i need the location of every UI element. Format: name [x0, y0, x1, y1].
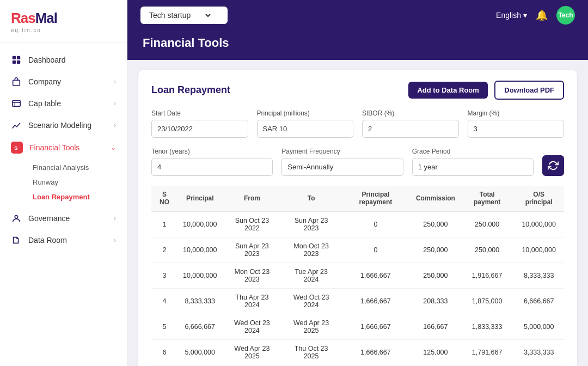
sidebar-item-financial-tools[interactable]: S Financial Tools ⌄	[0, 136, 127, 159]
cell-principal-repayment: 1,666,667	[341, 289, 411, 314]
cell-principal: 10,000,000	[177, 263, 223, 289]
cell-principal-repayment: 1,666,667	[341, 340, 411, 365]
language-label: English	[496, 11, 521, 20]
cell-total-payment: 1,875,000	[461, 289, 513, 314]
data-room-icon	[11, 235, 22, 246]
cell-principal: 5,000,000	[177, 340, 223, 365]
page-title: Financial Tools	[143, 36, 573, 50]
subnav-runway[interactable]: Runway	[28, 175, 127, 190]
sidebar-item-cap-table[interactable]: Cap table ›	[0, 93, 127, 114]
table-row: 3 10,000,000 Mon Oct 23 2023 Tue Apr 23 …	[151, 263, 564, 289]
nav-items: Dashboard Company › Cap table › Scenario…	[0, 42, 127, 366]
cell-sno: 3	[151, 263, 177, 289]
user-avatar[interactable]: Tech	[556, 6, 575, 25]
subnav-loan-repayment[interactable]: Loan Repayment	[28, 190, 127, 204]
chevron-right-icon: ›	[114, 121, 116, 129]
sidebar-item-label: Governance	[28, 214, 70, 223]
sidebar-item-data-room[interactable]: Data Room ›	[0, 229, 127, 251]
language-selector[interactable]: English ▾	[496, 11, 527, 20]
cell-from: Mon Oct 23 2023	[223, 263, 282, 289]
download-pdf-button[interactable]: Download PDF	[494, 81, 564, 100]
cell-principal: 10,000,000	[177, 237, 223, 263]
tenor-group: Tenor (years)	[151, 148, 273, 176]
topbar-right: English ▾ 🔔 Tech	[496, 6, 575, 25]
cell-commission: 208,333	[411, 289, 461, 314]
refresh-btn-group	[542, 155, 564, 176]
company-select[interactable]: Tech startup Other company	[147, 10, 212, 20]
cell-sno: 2	[151, 237, 177, 263]
refresh-button[interactable]	[542, 155, 564, 176]
topbar: Tech startup Other company English ▾ 🔔 T…	[127, 0, 588, 30]
add-to-data-room-button[interactable]: Add to Data Room	[408, 82, 487, 99]
cell-to: Mon Oct 23 2023	[281, 237, 341, 263]
table-row: 5 6,666,667 Wed Oct 23 2024 Wed Apr 23 2…	[151, 314, 564, 340]
cell-sno: 1	[151, 211, 177, 237]
cell-os-principal: 8,333,333	[513, 263, 564, 289]
start-date-input[interactable]	[151, 120, 248, 138]
cell-to: Wed Apr 23 2025	[281, 314, 341, 340]
cell-sno: 5	[151, 314, 177, 340]
payment-freq-input[interactable]	[281, 158, 403, 176]
svg-rect-0	[13, 56, 16, 59]
tenor-label: Tenor (years)	[151, 148, 273, 155]
table-row: 4 8,333,333 Thu Apr 23 2024 Wed Oct 23 2…	[151, 289, 564, 314]
start-date-group: Start Date	[151, 109, 248, 138]
cell-to: Wed Oct 23 2024	[281, 289, 341, 314]
cell-to: Tue Apr 23 2024	[281, 263, 341, 289]
governance-icon	[11, 213, 22, 224]
cell-commission: 250,000	[411, 211, 461, 237]
main-content: Tech startup Other company English ▾ 🔔 T…	[127, 0, 588, 366]
table-header-row: S NO Principal From To Principal repayme…	[151, 186, 564, 211]
cell-os-principal: 5,000,000	[513, 314, 564, 340]
form-row-2: Tenor (years) Payment Frequency Grace Pe…	[151, 148, 564, 176]
cell-principal-repayment: 1,666,667	[341, 263, 411, 289]
svg-rect-5	[13, 101, 20, 107]
svg-rect-4	[13, 80, 20, 86]
svg-rect-1	[17, 56, 20, 59]
cell-total-payment: 1,916,667	[461, 263, 513, 289]
sibor-input[interactable]	[362, 120, 459, 138]
sidebar-item-label: Company	[28, 77, 61, 86]
cell-from: Wed Apr 23 2025	[223, 340, 282, 365]
tenor-input[interactable]	[151, 158, 273, 176]
col-total-payment: Total payment	[461, 186, 513, 211]
principal-input[interactable]	[257, 120, 354, 138]
sibor-label: SIBOR (%)	[362, 109, 459, 117]
card-header: Loan Repayment Add to Data Room Download…	[151, 81, 564, 100]
cell-from: Sun Apr 23 2023	[223, 237, 282, 263]
company-selector[interactable]: Tech startup Other company	[140, 7, 228, 24]
subnav-financial-analysis[interactable]: Financial Analysis	[28, 160, 127, 175]
chevron-right-icon: ›	[114, 215, 116, 222]
sidebar-item-scenario-modeling[interactable]: Scenario Modeling ›	[0, 114, 127, 136]
financial-icon: S	[11, 142, 23, 154]
language-arrow-icon: ▾	[523, 11, 527, 20]
cell-total-payment: 1,791,667	[461, 340, 513, 365]
sidebar-item-label: Data Room	[28, 236, 67, 245]
cell-to: Thu Oct 23 2025	[281, 340, 341, 365]
margin-input[interactable]	[468, 120, 565, 138]
col-to: To	[281, 186, 341, 211]
financial-tools-subnav: Financial Analysis Runway Loan Repayment	[0, 159, 127, 208]
principal-group: Principal (millions)	[257, 109, 354, 138]
payment-freq-group: Payment Frequency	[281, 148, 403, 176]
sibor-group: SIBOR (%)	[362, 109, 459, 138]
sidebar-item-label: Financial Tools	[29, 143, 79, 152]
loan-table: S NO Principal From To Principal repayme…	[151, 186, 564, 366]
cell-principal-repayment: 0	[341, 211, 411, 237]
svg-rect-3	[17, 60, 20, 64]
grace-period-group: Grace Period	[412, 148, 534, 176]
grace-period-input[interactable]	[412, 158, 534, 176]
cell-total-payment: 1,833,333	[461, 314, 513, 340]
margin-label: Margin (%)	[468, 109, 565, 117]
margin-group: Margin (%)	[468, 109, 565, 138]
sidebar-item-company[interactable]: Company ›	[0, 71, 127, 93]
svg-rect-2	[13, 60, 16, 64]
notification-icon[interactable]: 🔔	[536, 9, 548, 21]
cell-commission: 250,000	[411, 263, 461, 289]
loan-table-container: S NO Principal From To Principal repayme…	[151, 186, 564, 366]
sidebar-item-dashboard[interactable]: Dashboard	[0, 49, 127, 71]
principal-label: Principal (millions)	[257, 109, 354, 117]
loan-table-body: 1 10,000,000 Sun Oct 23 2022 Sun Apr 23 …	[151, 211, 564, 366]
sidebar-item-governance[interactable]: Governance ›	[0, 208, 127, 229]
card-title: Loan Repayment	[151, 84, 230, 96]
